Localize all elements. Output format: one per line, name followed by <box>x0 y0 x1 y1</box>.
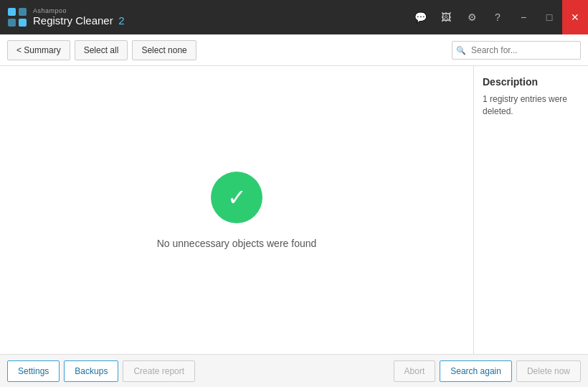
search-container: 🔍 <box>452 41 581 60</box>
svg-rect-2 <box>8 19 16 27</box>
settings-button[interactable]: Settings <box>7 360 60 382</box>
success-circle: ✓ <box>211 172 262 223</box>
help-icon-btn[interactable]: ? <box>485 0 511 34</box>
toolbar: < Summary Select all Select none 🔍 <box>0 34 588 66</box>
maximize-btn[interactable]: □ <box>536 0 562 34</box>
main-area: ✓ No unnecessary objects were found Desc… <box>0 66 588 354</box>
description-panel: Description 1 registry entries were dele… <box>473 66 588 354</box>
titlebar: Ashampoo Registry Cleaner 2 💬 🖼 ⚙ ? − □ … <box>0 0 588 34</box>
minimize-icon: − <box>521 11 526 23</box>
summary-button[interactable]: < Summary <box>7 40 70 60</box>
create-report-button[interactable]: Create report <box>123 360 195 382</box>
description-text: 1 registry entries were deleted. <box>483 93 579 118</box>
logo-icon <box>7 7 27 27</box>
abort-button[interactable]: Abort <box>394 360 436 382</box>
app-version: 2 <box>118 14 124 27</box>
minimize-btn[interactable]: − <box>511 0 536 34</box>
svg-rect-0 <box>8 8 16 16</box>
select-all-button[interactable]: Select all <box>75 40 128 60</box>
delete-now-button[interactable]: Delete now <box>516 360 581 382</box>
checkmark-icon: ✓ <box>227 186 247 209</box>
settings-icon-btn[interactable]: ⚙ <box>459 0 485 34</box>
media-icon-btn[interactable]: 🖼 <box>433 0 459 34</box>
success-message: No unnecessary objects were found <box>157 238 317 249</box>
search-input[interactable] <box>452 41 581 60</box>
help-icon: ? <box>495 11 501 23</box>
titlebar-controls: 💬 🖼 ⚙ ? − □ ✕ <box>407 0 588 34</box>
backups-button[interactable]: Backups <box>64 360 118 382</box>
footer: Settings Backups Create report Abort Sea… <box>0 354 588 387</box>
chat-icon: 💬 <box>414 11 427 23</box>
chat-icon-btn[interactable]: 💬 <box>407 0 433 34</box>
logo-text: Ashampoo Registry Cleaner 2 <box>33 8 125 27</box>
close-btn[interactable]: ✕ <box>562 0 588 34</box>
app-logo: Ashampoo Registry Cleaner 2 <box>7 7 125 27</box>
gear-icon: ⚙ <box>468 11 477 23</box>
search-again-button[interactable]: Search again <box>440 360 512 382</box>
svg-rect-3 <box>19 19 27 27</box>
media-icon: 🖼 <box>441 11 451 23</box>
footer-right: Abort Search again Delete now <box>394 360 581 382</box>
maximize-icon: □ <box>546 11 552 23</box>
content-panel: ✓ No unnecessary objects were found <box>0 66 473 354</box>
svg-rect-1 <box>19 8 27 16</box>
description-title: Description <box>483 76 579 88</box>
close-icon: ✕ <box>571 11 579 23</box>
app-name: Registry Cleaner <box>33 14 113 27</box>
select-none-button[interactable]: Select none <box>132 40 196 60</box>
